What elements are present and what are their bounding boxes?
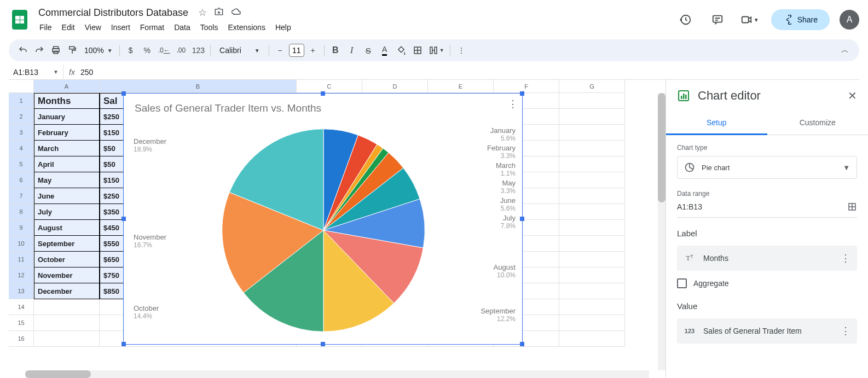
row-header[interactable]: 16 <box>9 331 34 347</box>
cell[interactable]: Months <box>34 93 100 109</box>
close-panel-button[interactable]: ✕ <box>848 89 857 102</box>
decrease-font-size-button[interactable]: − <box>273 43 288 58</box>
cell[interactable] <box>559 252 625 267</box>
label-chip[interactable]: TT Months ⋮ <box>677 246 857 271</box>
chart-type-select[interactable]: Pie chart ▼ <box>677 156 857 179</box>
font-select[interactable]: Calibri▼ <box>214 46 265 55</box>
currency-button[interactable]: $ <box>123 43 138 58</box>
row-header[interactable]: 10 <box>9 236 34 252</box>
history-icon[interactable] <box>675 9 697 31</box>
col-header-c[interactable]: C <box>297 80 362 93</box>
menu-edit[interactable]: Edit <box>57 21 79 34</box>
cell[interactable]: March <box>34 141 100 156</box>
embedded-chart[interactable]: Sales of General Trader Item vs. Months … <box>123 93 523 345</box>
menu-insert[interactable]: Insert <box>107 21 135 34</box>
col-header-f[interactable]: F <box>494 80 559 93</box>
menu-view[interactable]: View <box>80 21 106 34</box>
row-header[interactable]: 11 <box>9 252 34 267</box>
aggregate-checkbox-row[interactable]: Aggregate <box>677 278 857 288</box>
cell[interactable]: September <box>34 236 100 252</box>
tab-setup[interactable]: Setup <box>666 112 767 135</box>
cell[interactable] <box>559 220 625 236</box>
col-header-b[interactable]: B <box>100 80 297 93</box>
cell[interactable] <box>559 331 625 347</box>
cell[interactable]: November <box>34 267 100 283</box>
cell[interactable]: January <box>34 109 100 125</box>
menu-extensions[interactable]: Extensions <box>223 21 269 34</box>
horizontal-scrollbar[interactable] <box>25 370 649 378</box>
cell[interactable] <box>559 299 625 315</box>
more-formats-button[interactable]: 123 <box>190 43 207 58</box>
cell[interactable]: June <box>34 188 100 204</box>
row-header[interactable]: 8 <box>9 204 34 220</box>
account-avatar[interactable]: A <box>840 10 859 30</box>
meet-icon[interactable]: ▼ <box>738 9 761 31</box>
value-chip[interactable]: 123 Sales of General Trader Item ⋮ <box>677 318 857 344</box>
cell[interactable] <box>559 236 625 252</box>
col-header-e[interactable]: E <box>428 80 494 93</box>
cell[interactable]: April <box>34 156 100 172</box>
aggregate-checkbox[interactable] <box>677 278 687 288</box>
decrease-decimal-button[interactable]: .0← <box>156 43 172 58</box>
cell[interactable]: August <box>34 220 100 236</box>
font-size-input[interactable] <box>289 44 304 57</box>
spreadsheet-grid[interactable]: A B C D E F G 1MonthsSal2January$2503Feb… <box>0 80 666 378</box>
percent-button[interactable]: % <box>140 43 155 58</box>
cell[interactable] <box>559 109 625 125</box>
document-title[interactable]: Commercial Distributors Database <box>35 6 192 20</box>
row-header[interactable]: 9 <box>9 220 34 236</box>
cell[interactable]: February <box>34 125 100 141</box>
data-range-input[interactable]: A1:B13 <box>677 202 847 211</box>
cell[interactable] <box>559 188 625 204</box>
print-button[interactable] <box>48 43 63 58</box>
col-header-g[interactable]: G <box>559 80 625 93</box>
menu-data[interactable]: Data <box>170 21 195 34</box>
cell[interactable] <box>34 315 100 331</box>
cell[interactable]: May <box>34 172 100 188</box>
formula-value[interactable]: 250 <box>80 68 93 77</box>
star-icon[interactable]: ☆ <box>198 7 207 19</box>
select-all-corner[interactable] <box>9 80 34 93</box>
chart-menu-button[interactable]: ⋮ <box>508 98 518 110</box>
collapse-toolbar-button[interactable]: ︿ <box>837 43 853 58</box>
value-chip-menu[interactable]: ⋮ <box>841 325 850 337</box>
col-header-d[interactable]: D <box>362 80 428 93</box>
undo-button[interactable] <box>15 43 31 58</box>
comments-icon[interactable] <box>707 9 728 31</box>
col-header-a[interactable]: A <box>34 80 100 93</box>
more-toolbar-button[interactable]: ⋮ <box>454 43 469 58</box>
share-button[interactable]: Share <box>771 9 830 30</box>
cell[interactable]: October <box>34 252 100 267</box>
fill-color-button[interactable] <box>394 43 409 58</box>
merge-button[interactable]: ▼ <box>426 43 447 58</box>
italic-button[interactable]: I <box>344 43 360 58</box>
paint-format-button[interactable] <box>65 43 80 58</box>
cloud-status-icon[interactable] <box>231 7 242 19</box>
name-box[interactable]: A1:B13▼ <box>9 65 63 79</box>
row-header[interactable]: 5 <box>9 156 34 172</box>
strikethrough-button[interactable]: S <box>361 43 376 58</box>
row-header[interactable]: 14 <box>9 299 34 315</box>
cell[interactable] <box>34 331 100 347</box>
row-header[interactable]: 6 <box>9 172 34 188</box>
menu-tools[interactable]: Tools <box>196 21 223 34</box>
sheets-logo[interactable] <box>9 9 31 31</box>
menu-file[interactable]: File <box>35 21 56 34</box>
label-chip-menu[interactable]: ⋮ <box>841 252 850 264</box>
row-header[interactable]: 4 <box>9 141 34 156</box>
bold-button[interactable]: B <box>328 43 343 58</box>
redo-button[interactable] <box>32 43 47 58</box>
row-header[interactable]: 13 <box>9 283 34 299</box>
cell[interactable] <box>559 204 625 220</box>
cell[interactable]: December <box>34 283 100 299</box>
cell[interactable] <box>559 125 625 141</box>
borders-button[interactable] <box>410 43 425 58</box>
cell[interactable] <box>559 172 625 188</box>
cell[interactable] <box>559 267 625 283</box>
cell[interactable] <box>559 315 625 331</box>
row-header[interactable]: 7 <box>9 188 34 204</box>
row-header[interactable]: 2 <box>9 109 34 125</box>
select-range-icon[interactable] <box>847 202 857 212</box>
menu-help[interactable]: Help <box>271 21 296 34</box>
cell[interactable] <box>559 156 625 172</box>
